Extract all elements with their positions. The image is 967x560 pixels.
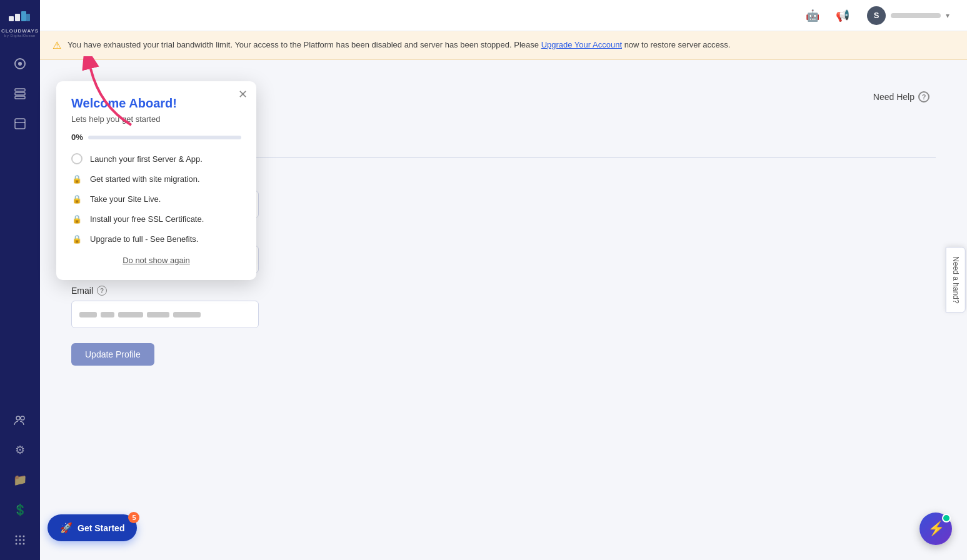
bot-icon-button[interactable]: 🤖 (802, 5, 823, 26)
svg-rect-0 (9, 16, 14, 21)
svg-point-11 (16, 416, 20, 420)
need-hand-tab[interactable]: Need a hand? (945, 247, 965, 312)
svg-point-18 (23, 539, 25, 541)
sidebar-item-dashboard[interactable] (6, 50, 34, 78)
help-circle-icon: ? (918, 91, 929, 102)
need-help-button[interactable]: Need Help ? (867, 88, 936, 106)
modal-title: Welcome Aboard! (71, 96, 241, 111)
svg-rect-8 (15, 96, 25, 99)
list-item: Launch your first Server & App. (71, 153, 241, 164)
lock-icon: 🔒 (71, 173, 83, 184)
avatar: S (867, 6, 886, 25)
sidebar-item-billing[interactable]: 💲 (6, 496, 34, 524)
modal-subtitle: Lets help you get started (71, 114, 241, 124)
email-help-icon: ? (97, 286, 107, 296)
top-header: 🤖 📢 S ▾ (40, 0, 967, 31)
rocket-icon: 🚀 (60, 522, 73, 534)
upgrade-link[interactable]: Upgrade Your Account (541, 40, 622, 49)
modal-close-button[interactable]: ✕ (238, 89, 248, 100)
list-item: 🔒 Install your free SSL Certificate. (71, 213, 241, 224)
warning-icon: ⚠ (53, 39, 61, 51)
checklist: Launch your first Server & App. 🔒 Get st… (71, 153, 241, 244)
user-menu[interactable]: S ▾ (862, 4, 954, 28)
svg-rect-6 (15, 89, 25, 91)
list-item: 🔒 Get started with site migration. (71, 173, 241, 184)
sidebar-item-team[interactable] (6, 406, 34, 434)
svg-point-5 (18, 62, 22, 66)
get-started-button[interactable]: 🚀 Get Started 5 (48, 514, 137, 541)
update-profile-button[interactable]: Update Profile (71, 343, 154, 366)
user-name-blur (891, 13, 941, 18)
svg-point-15 (23, 536, 25, 538)
svg-point-19 (16, 543, 18, 545)
sidebar-item-grid[interactable] (6, 526, 34, 554)
svg-point-16 (16, 539, 18, 541)
lock-icon: 🔒 (71, 233, 83, 244)
svg-point-12 (21, 416, 24, 420)
email-label: Email ? (71, 286, 936, 296)
svg-rect-1 (15, 14, 20, 21)
do-not-show-link[interactable]: Do not show again (71, 256, 241, 265)
svg-rect-7 (15, 92, 25, 95)
svg-point-13 (16, 536, 18, 538)
announcement-icon-button[interactable]: 📢 (832, 5, 853, 26)
list-item: 🔒 Upgrade to full - See Benefits. (71, 233, 241, 244)
check-circle-icon (71, 153, 83, 164)
svg-rect-9 (15, 119, 25, 129)
progress-bar-bg (88, 136, 241, 139)
svg-rect-3 (26, 14, 30, 21)
lock-icon: 🔒 (71, 213, 83, 224)
trial-banner: ⚠ You have exhausted your trial bandwidt… (40, 31, 967, 60)
sidebar-item-settings[interactable]: ⚙ (6, 436, 34, 464)
lock-icon: 🔒 (71, 193, 83, 204)
online-indicator (942, 514, 951, 522)
chevron-down-icon: ▾ (946, 11, 949, 20)
banner-text: You have exhausted your trial bandwidth … (68, 39, 730, 52)
svg-point-17 (19, 539, 21, 541)
chat-bubble[interactable]: ⚡ (919, 512, 952, 545)
svg-point-14 (19, 536, 21, 538)
progress-row: 0% (71, 132, 241, 142)
sidebar-item-apps[interactable] (6, 110, 34, 138)
logo[interactable]: CLOUDWAYS by DigitalOcean (0, 6, 43, 41)
sidebar-item-servers[interactable] (6, 80, 34, 108)
progress-label: 0% (71, 132, 83, 142)
welcome-modal: ✕ Welcome Aboard! Lets help you get star… (56, 81, 256, 280)
email-group: Email ? (71, 286, 936, 328)
svg-point-20 (19, 543, 21, 545)
sidebar: CLOUDWAYS by DigitalOcean ⚙ 📁 💲 (0, 0, 40, 560)
svg-rect-2 (21, 11, 26, 21)
sidebar-item-folders[interactable]: 📁 (6, 466, 34, 494)
svg-point-21 (23, 543, 25, 545)
email-input[interactable] (71, 301, 259, 328)
list-item: 🔒 Take your Site Live. (71, 193, 241, 204)
